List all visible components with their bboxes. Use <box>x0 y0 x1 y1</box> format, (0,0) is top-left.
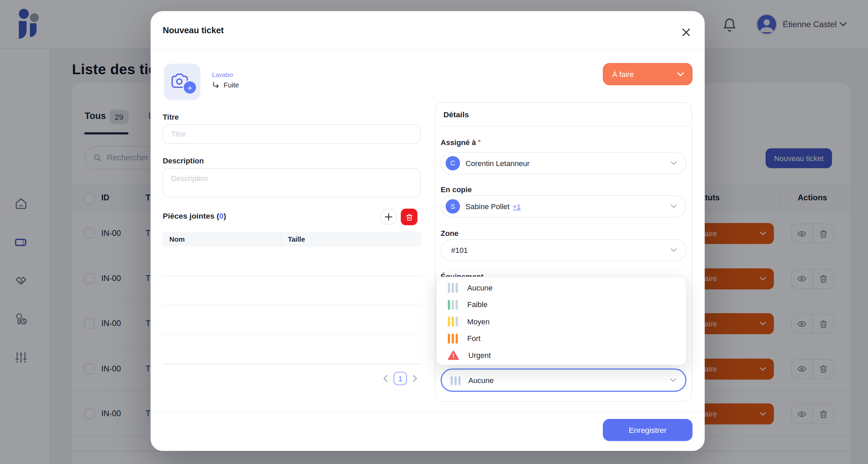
urgency-option[interactable]: Fort <box>437 330 686 347</box>
column-header-nom: Nom <box>170 236 185 243</box>
option-label: Aucune <box>467 284 493 292</box>
copy-avatar: S <box>446 199 460 214</box>
previous-page-button[interactable] <box>382 375 388 382</box>
details-title: Détails <box>443 110 469 119</box>
urgency-option[interactable]: Aucune <box>437 279 686 296</box>
copy-label: En copie <box>441 185 472 194</box>
attachments-header: Pièces jointes (0) <box>163 209 421 225</box>
copy-more-link[interactable]: +1 <box>513 203 520 210</box>
add-attachment-button[interactable] <box>380 209 397 225</box>
attachments-table: Nom Taille <box>163 232 421 364</box>
assignee-avatar: C <box>446 156 460 170</box>
attachments-pagination: 1 <box>163 371 421 386</box>
plus-icon <box>385 213 393 221</box>
option-label: Faible <box>467 301 488 309</box>
option-label: Moyen <box>467 318 490 326</box>
option-label: Urgent <box>468 351 491 359</box>
zone-label: Zone <box>441 229 459 237</box>
titre-placeholder: Titre <box>171 130 185 138</box>
close-button[interactable] <box>677 24 694 40</box>
corner-down-right-arrow-icon <box>212 81 220 89</box>
priority-bars-icon <box>448 300 458 309</box>
attachment-empty-row <box>163 276 421 306</box>
urgency-dropdown-menu: Aucune Faible Moyen Fort U <box>436 277 687 365</box>
zone-select[interactable]: #101 <box>441 239 687 261</box>
delete-attachment-button[interactable] <box>401 209 417 225</box>
assignee-value: Corentin Letanneur <box>466 159 665 167</box>
titre-input[interactable]: Titre <box>163 124 421 144</box>
photo-upload-tile[interactable]: + <box>164 64 200 100</box>
chevron-down-icon <box>670 248 677 252</box>
priority-bars-icon <box>451 375 460 385</box>
priority-bars-icon <box>448 317 458 326</box>
description-input[interactable]: Description <box>163 168 421 198</box>
add-photo-plus-icon: + <box>183 80 197 95</box>
details-divider <box>436 126 691 127</box>
modal-footer-divider <box>151 412 705 412</box>
column-header-taille: Taille <box>288 236 305 243</box>
attachment-empty-row <box>163 335 421 364</box>
titre-label: Titre <box>163 113 179 121</box>
urgency-option[interactable]: Urgent <box>437 347 686 364</box>
urgency-value: Aucune <box>468 376 662 384</box>
linked-equipment-name[interactable]: Lavabo <box>212 72 233 78</box>
urgent-triangle-icon <box>448 350 459 360</box>
chevron-down-icon <box>670 161 677 165</box>
description-label: Description <box>163 157 204 165</box>
next-page-button[interactable] <box>412 375 418 382</box>
attachment-empty-row <box>163 247 421 276</box>
priority-bars-icon <box>448 334 458 343</box>
column-divider <box>281 234 282 245</box>
urgency-select[interactable]: Aucune <box>441 368 687 392</box>
chevron-down-icon <box>677 72 684 77</box>
save-button[interactable]: Enregistrer <box>603 419 692 441</box>
linked-defect: Fuite <box>212 81 239 89</box>
ticket-status-dropdown[interactable]: À faire <box>603 63 692 85</box>
linked-defect-label: Fuite <box>224 81 239 89</box>
trash-icon <box>405 213 413 221</box>
attachment-empty-row <box>163 305 421 335</box>
attachments-label: Pièces jointes (0) <box>163 211 226 220</box>
chevron-down-icon <box>670 378 677 382</box>
attachments-count: 0 <box>219 211 223 220</box>
attachments-empty-rows <box>163 247 421 364</box>
assignee-label: Assigné à * <box>441 138 481 146</box>
new-ticket-modal: Nouveau ticket + Lavabo Fuite À faire Ti… <box>151 11 705 451</box>
chevron-right-icon <box>412 375 418 382</box>
chevron-left-icon <box>382 375 388 382</box>
modal-title: Nouveau ticket <box>163 25 224 35</box>
urgency-option[interactable]: Faible <box>437 296 686 313</box>
copy-select[interactable]: S Sabine Pollet +1 <box>441 195 687 217</box>
screen: Étienne Castel Liste des tickets Tous 29… <box>0 0 868 464</box>
assignee-select[interactable]: C Corentin Letanneur <box>441 152 687 174</box>
urgency-option[interactable]: Moyen <box>437 313 686 330</box>
priority-bars-icon <box>448 283 458 293</box>
ticket-status-label: À faire <box>612 70 677 78</box>
zone-value: #101 <box>451 246 665 254</box>
page-number-button[interactable]: 1 <box>394 372 407 385</box>
close-icon <box>681 27 691 37</box>
description-placeholder: Description <box>171 174 208 182</box>
option-label: Fort <box>467 335 480 343</box>
chevron-down-icon <box>670 204 677 208</box>
required-asterisk: * <box>478 138 481 146</box>
attachments-table-header: Nom Taille <box>163 232 421 247</box>
modal-header: Nouveau ticket <box>151 11 705 50</box>
copy-value: Sabine Pollet +1 <box>466 202 665 210</box>
